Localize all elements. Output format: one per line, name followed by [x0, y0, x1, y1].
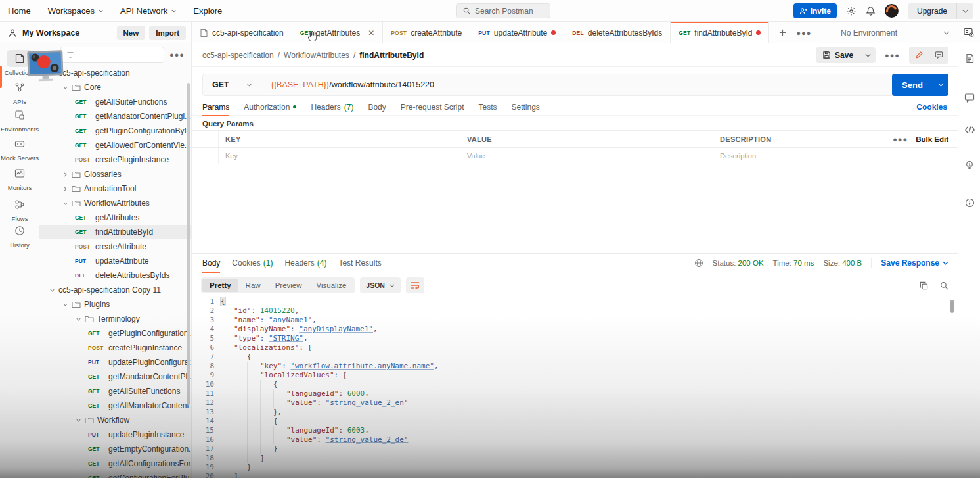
request-tab-authorization[interactable]: Authorization — [244, 99, 296, 116]
view-pretty[interactable]: Pretty — [202, 279, 238, 292]
value-input-placeholder[interactable]: Value — [460, 148, 713, 164]
upgrade-chevron-icon[interactable] — [957, 9, 973, 13]
response-scrollbar[interactable] — [950, 300, 954, 313]
bulk-edit-button[interactable]: Bulk Edit — [916, 135, 948, 143]
request-tab[interactable]: cc5-api-specification — [192, 22, 292, 43]
nav-item-workspaces[interactable]: Workspaces — [48, 6, 103, 16]
tree-request-updateAttribute[interactable]: PUTupdateAttribute — [39, 254, 191, 268]
tree-request-createPluginInstance[interactable]: POSTcreatePluginInstance — [39, 153, 191, 167]
sidebar-more-actions-icon[interactable]: ●●● — [169, 51, 185, 59]
chevron-down-icon[interactable] — [62, 200, 68, 206]
chevron-down-icon[interactable] — [62, 301, 68, 308]
response-tab-cookies[interactable]: Cookies(1) — [232, 254, 273, 272]
format-selector[interactable]: JSON — [360, 277, 401, 293]
settings-gear-icon[interactable] — [846, 6, 857, 16]
tree-request-getAllSuiteFunctions[interactable]: GETgetAllSuiteFunctions — [39, 384, 191, 398]
method-selector[interactable]: GET — [203, 80, 262, 89]
rename-pencil-icon[interactable] — [909, 47, 929, 64]
response-tab-body[interactable]: Body — [202, 254, 220, 272]
copy-icon[interactable] — [920, 281, 928, 290]
key-input-placeholder[interactable]: Key — [218, 148, 460, 164]
tree-request-getAllowedForContentVie[interactable]: GETgetAllowedForContentVie... — [39, 138, 191, 153]
request-tab[interactable]: DELdeleteAttributesByIds — [564, 22, 671, 43]
save-dropdown-chevron-icon[interactable] — [860, 53, 876, 57]
query-params-empty-row[interactable]: Key Value Description — [192, 147, 958, 164]
info-icon[interactable] — [958, 198, 980, 208]
tree-request-getPluginConfiguration[interactable]: GETgetPluginConfiguration... — [39, 326, 191, 341]
network-globe-icon[interactable] — [694, 258, 703, 268]
workspace-title[interactable]: My Workspace — [8, 28, 79, 37]
url-field[interactable]: GET {{BASE_PATH}}/workflow/attribute/140… — [202, 74, 895, 96]
breadcrumb-folder[interactable]: WorkflowAttributes — [284, 51, 349, 60]
rail-item-environments[interactable]: Environments — [0, 107, 39, 133]
nav-item-home[interactable]: Home — [8, 6, 31, 16]
tree-folder-core[interactable]: Core — [39, 80, 191, 95]
chevron-right-icon[interactable] — [62, 185, 68, 192]
request-tab-params[interactable]: Params — [202, 99, 229, 116]
breadcrumb-request[interactable]: findAttributeById — [359, 51, 424, 60]
tree-folder-plugins[interactable]: Plugins — [39, 297, 191, 312]
tree-request-updatePluginConfigurat[interactable]: PUTupdatePluginConfigurat... — [39, 355, 191, 370]
request-tab-active[interactable]: GETfindAttributeById — [671, 22, 769, 43]
response-tab-test-results[interactable]: Test Results — [338, 254, 381, 272]
invite-button[interactable]: Invite — [793, 3, 837, 18]
documentation-icon[interactable] — [958, 53, 980, 64]
sidebar-filter-input[interactable] — [60, 47, 164, 63]
tree-folder-terminology[interactable]: Terminology — [39, 312, 191, 326]
tree-collection-cc5-api-specification-copy-11[interactable]: cc5-api-specification Copy 11 — [39, 283, 191, 297]
tree-request-getAllConfigurationsFor[interactable]: GETgetAllConfigurationsFor... — [39, 456, 191, 471]
new-tab-plus-icon[interactable] — [778, 28, 787, 37]
request-tab[interactable]: POSTcreateAttribute — [383, 22, 470, 43]
view-preview[interactable]: Preview — [268, 279, 309, 292]
tree-request-updatePluginInstance[interactable]: PUTupdatePluginInstance — [39, 427, 191, 442]
description-input-placeholder[interactable]: Description — [713, 148, 887, 164]
tree-request-getConfigurationForPlu[interactable]: GETgetConfigurationForPlu... — [39, 471, 191, 478]
code-snippet-icon[interactable] — [958, 126, 980, 134]
chevron-down-icon[interactable] — [75, 417, 81, 423]
tree-request-getAllSuiteFunctions[interactable]: GETgetAllSuiteFunctions — [39, 95, 191, 109]
tree-request-getAttributes[interactable]: GETgetAttributes — [39, 210, 191, 225]
send-dropdown-chevron-icon[interactable] — [933, 74, 948, 96]
chevron-right-icon[interactable] — [62, 171, 68, 178]
chevron-down-icon[interactable] — [62, 84, 68, 91]
pub-request-icon[interactable] — [958, 160, 980, 172]
environment-selector[interactable]: No Environment — [833, 22, 958, 43]
tree-request-createPluginInstance[interactable]: POSTcreatePluginInstance — [39, 341, 191, 355]
global-search[interactable]: Search Postman — [456, 3, 550, 18]
breadcrumb-collection[interactable]: cc5-api-specification — [202, 51, 274, 60]
sidebar-filter-text[interactable] — [74, 51, 114, 59]
rail-item-mock-servers[interactable]: Mock Servers — [0, 135, 39, 162]
tab-strip-more-icon[interactable]: ●●● — [796, 29, 811, 37]
request-tab-settings[interactable]: Settings — [512, 99, 540, 116]
nav-item-explore[interactable]: Explore — [193, 6, 222, 16]
request-tab-body[interactable]: Body — [368, 99, 386, 116]
tree-request-getPluginConfigurationByI[interactable]: GETgetPluginConfigurationByI... — [39, 124, 191, 138]
response-tab-headers[interactable]: Headers(4) — [284, 254, 326, 272]
search-in-body-icon[interactable] — [940, 281, 948, 290]
request-tab[interactable]: GETgetAttributes✕ — [292, 22, 384, 43]
request-tab-pre-request-script[interactable]: Pre-request Script — [401, 99, 464, 116]
nav-item-api-network[interactable]: API Network — [120, 6, 176, 16]
cookies-link[interactable]: Cookies — [916, 99, 947, 116]
import-button[interactable]: Import — [149, 26, 186, 40]
notifications-bell-icon[interactable] — [866, 6, 876, 16]
url-input[interactable]: {{BASE_PATH}}/workflow/attribute/1401522… — [271, 80, 434, 89]
upgrade-button[interactable]: Upgrade — [908, 3, 973, 19]
response-body-code[interactable]: 1{2"id": 14015220,3"name": "anyName1",4"… — [192, 297, 958, 478]
new-button[interactable]: New — [117, 26, 146, 40]
tree-folder-annotationtool[interactable]: AnnotationTool — [39, 181, 191, 196]
user-avatar[interactable] — [885, 4, 899, 18]
tree-request-deleteAttributesByIds[interactable]: DELdeleteAttributesByIds — [39, 268, 191, 283]
save-response-button[interactable]: Save Response — [871, 258, 948, 268]
comments-icon[interactable] — [958, 93, 980, 103]
comment-icon[interactable] — [929, 47, 948, 64]
rail-item-monitors[interactable]: Monitors — [0, 165, 39, 191]
wrap-lines-button[interactable] — [406, 277, 424, 293]
view-raw[interactable]: Raw — [238, 279, 268, 292]
chevron-down-icon[interactable] — [75, 316, 81, 322]
send-button[interactable]: Send — [892, 74, 948, 96]
request-tab-tests[interactable]: Tests — [478, 99, 497, 116]
tree-request-getMandatorContentPlugi[interactable]: GETgetMandatorContentPlugi... — [39, 109, 191, 124]
tree-request-getEmptyConfiguration[interactable]: GETgetEmptyConfiguration... — [39, 442, 191, 456]
tree-folder-glossaries[interactable]: Glossaries — [39, 167, 191, 181]
